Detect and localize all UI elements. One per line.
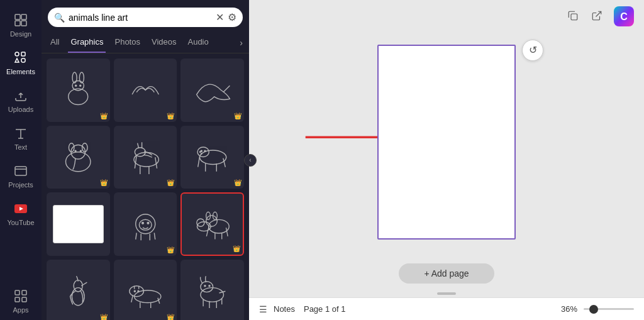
svg-rect-10 <box>15 290 19 295</box>
clear-search-button[interactable]: ✕ <box>216 11 224 23</box>
youtube-icon <box>13 201 28 216</box>
svg-rect-0 <box>15 14 20 19</box>
svg-point-14 <box>69 89 88 104</box>
crown-badge: 👑 <box>234 113 242 119</box>
svg-rect-5 <box>21 52 25 56</box>
search-bar: 🔍 ✕ ⚙ <box>48 8 243 27</box>
projects-icon <box>13 163 28 179</box>
svg-point-19 <box>80 85 81 86</box>
sidebar-label-text: Text <box>14 143 27 151</box>
sidebar: Design Elements Uploads Text Projects <box>0 0 42 320</box>
svg-rect-1 <box>21 14 26 19</box>
svg-point-32 <box>200 152 201 152</box>
sidebar-item-apps[interactable]: Apps <box>0 282 42 320</box>
uploads-icon <box>13 88 28 103</box>
svg-point-33 <box>201 153 202 154</box>
design-icon <box>13 13 28 28</box>
search-icon: 🔍 <box>54 13 65 23</box>
svg-point-34 <box>135 214 155 234</box>
tab-videos[interactable]: Videos <box>149 32 179 53</box>
crown-badge: 👑 <box>167 246 174 253</box>
share-button[interactable] <box>587 6 606 25</box>
canvas-page[interactable]: ↺ <box>377 45 516 240</box>
add-page-button[interactable]: + Add page <box>399 263 494 284</box>
zoom-slider[interactable] <box>584 308 634 310</box>
element-elephants-walking[interactable]: 👑 <box>180 192 244 256</box>
svg-rect-13 <box>22 297 26 302</box>
element-elephant-cute[interactable]: 👑 <box>47 126 110 189</box>
notes-label[interactable]: Notes <box>274 304 295 314</box>
svg-point-25 <box>80 150 81 152</box>
svg-point-28 <box>200 150 226 165</box>
element-dolphin[interactable]: 👑 <box>180 58 244 122</box>
tab-photos[interactable]: Photos <box>112 32 142 53</box>
sidebar-label-elements: Elements <box>6 68 35 75</box>
panel-collapse-button[interactable]: ‹ <box>244 154 257 167</box>
svg-rect-3 <box>21 21 26 26</box>
svg-point-37 <box>147 223 149 224</box>
svg-point-36 <box>142 223 143 224</box>
svg-point-52 <box>204 285 206 287</box>
elements-panel: 🔍 ✕ ⚙ All Graphics Photos Videos Audio › <box>42 0 249 320</box>
sidebar-item-text[interactable]: Text <box>0 119 42 157</box>
sidebar-item-uploads[interactable]: Uploads <box>0 82 42 119</box>
elements-grid-inner: 👑 👑 👑 <box>47 58 244 320</box>
duplicate-button[interactable] <box>564 6 582 25</box>
svg-point-4 <box>15 52 19 56</box>
crown-badge: 👑 <box>100 314 108 320</box>
filter-icon[interactable]: ⚙ <box>228 11 236 23</box>
sidebar-label-uploads: Uploads <box>8 106 33 113</box>
svg-point-48 <box>134 290 135 292</box>
tabs-scroll-right[interactable]: › <box>240 38 243 48</box>
crown-badge: 👑 <box>100 113 108 119</box>
zoom-level: 36% <box>561 304 577 314</box>
refresh-button[interactable]: ↺ <box>522 40 543 61</box>
canvas-center: ↺ <box>249 25 644 258</box>
text-icon <box>13 126 28 141</box>
category-tabs: All Graphics Photos Videos Audio › <box>42 32 249 53</box>
svg-point-39 <box>206 215 218 226</box>
crown-badge: 👑 <box>234 179 242 186</box>
element-zebra[interactable]: 👑 <box>114 126 177 189</box>
sidebar-item-projects[interactable]: Projects <box>0 157 42 195</box>
svg-point-30 <box>201 150 203 152</box>
crown-badge: 👑 <box>167 314 174 320</box>
element-rectangle-blank[interactable] <box>47 192 110 256</box>
element-kangaroo[interactable]: 👑 <box>47 260 110 320</box>
elements-grid: 👑 👑 👑 <box>42 53 249 320</box>
sidebar-item-design[interactable]: Design <box>0 6 42 44</box>
svg-line-74 <box>596 11 601 16</box>
element-lion[interactable]: 👑 <box>114 192 177 256</box>
search-input[interactable] <box>69 13 212 23</box>
sidebar-label-apps: Apps <box>13 306 28 314</box>
crown-badge: 👑 <box>167 113 174 119</box>
tab-graphics[interactable]: Graphics <box>68 32 106 53</box>
svg-rect-11 <box>22 290 26 295</box>
element-tiger[interactable]: 👑 <box>114 260 177 320</box>
tab-all[interactable]: All <box>48 32 62 53</box>
tab-audio[interactable]: Audio <box>185 32 211 53</box>
svg-point-18 <box>75 85 77 86</box>
element-cheetah[interactable]: 👑 <box>180 126 244 189</box>
sidebar-label-projects: Projects <box>8 181 33 189</box>
svg-rect-73 <box>571 14 577 20</box>
sidebar-item-youtube[interactable]: YouTube <box>0 195 42 233</box>
element-dog[interactable] <box>180 260 244 320</box>
element-rabbit[interactable]: 👑 <box>47 58 110 122</box>
svg-text:C: C <box>620 11 628 22</box>
canvas-toolbar <box>249 0 644 25</box>
element-birds[interactable]: 👑 <box>114 58 177 122</box>
crown-badge: 👑 <box>167 179 174 186</box>
svg-point-20 <box>66 152 91 172</box>
sidebar-label-youtube: YouTube <box>7 219 34 226</box>
bottom-bar: ☰ Notes Page 1 of 1 36% <box>249 297 644 320</box>
apps-icon <box>13 289 28 304</box>
svg-point-45 <box>74 280 82 292</box>
svg-point-24 <box>75 150 76 152</box>
canvas-area: C ↺ <box>249 0 644 320</box>
sidebar-label-design: Design <box>10 30 31 38</box>
sidebar-item-elements[interactable]: Elements <box>0 44 42 82</box>
rectangle-shape <box>53 205 104 243</box>
elements-icon <box>13 50 28 65</box>
svg-point-31 <box>204 150 206 152</box>
